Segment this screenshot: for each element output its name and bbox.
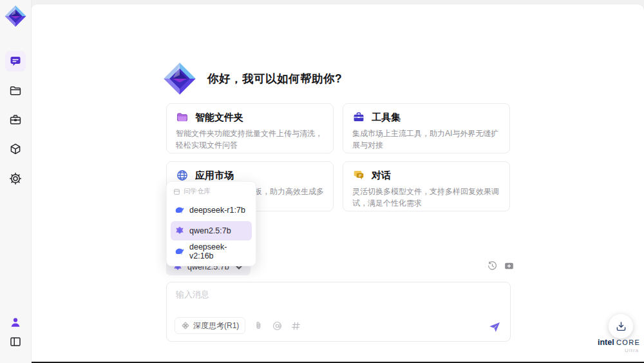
card-desc: 集成市场上主流工具，助力AI与外界无缝扩展与对接: [352, 128, 500, 151]
gem-logo-icon: [4, 4, 27, 28]
deepseek-icon: [175, 246, 185, 257]
model-option-qwen[interactable]: qwen2.5:7b: [171, 221, 252, 240]
mention-icon[interactable]: [272, 320, 283, 331]
hashtag-icon[interactable]: [290, 320, 301, 331]
sidebar: [0, 0, 32, 363]
new-window-icon[interactable]: [504, 260, 515, 271]
app-market-globe-icon: [176, 169, 189, 182]
card-toolset[interactable]: 工具集 集成市场上主流工具，助力AI与外界无缝扩展与对接: [343, 103, 510, 153]
card-smart-folder[interactable]: 智能文件夹 智能文件夹功能支持批量文件上传与清洗，轻松实现文件问答: [166, 103, 334, 153]
card-title: 应用市场: [195, 170, 234, 182]
intel-core-badge: intel CORE Ultra: [595, 338, 643, 353]
intel-badge-sub: Ultra: [595, 348, 643, 353]
sidebar-item-toolbox[interactable]: [9, 113, 22, 126]
smart-folder-icon: [176, 111, 189, 124]
send-button[interactable]: [488, 320, 502, 334]
app-window: 你好，我可以如何帮助你? 智能文件夹 智能文件夹功能支持批量文件上传与清洗，轻松…: [0, 0, 644, 363]
folder-icon: [9, 84, 22, 97]
sidebar-item-panel-toggle[interactable]: [9, 335, 22, 348]
repository-icon: [173, 188, 180, 195]
download-icon: [615, 320, 627, 333]
attachment-icon[interactable]: [253, 320, 264, 331]
gear-icon: [9, 172, 22, 185]
cube-icon: [9, 142, 22, 155]
chat-actions: [487, 260, 515, 271]
sidebar-item-settings[interactable]: [9, 172, 22, 185]
greeting-title: 你好，我可以如何帮助你?: [207, 71, 342, 86]
message-input[interactable]: [176, 289, 478, 316]
deep-think-toggle[interactable]: 深度思考(R1): [175, 317, 245, 334]
sidebar-item-folders[interactable]: [9, 84, 22, 97]
app-logo[interactable]: [4, 4, 27, 28]
panel-layout-icon: [9, 335, 22, 348]
download-button[interactable]: [609, 314, 633, 338]
atom-icon: [181, 321, 190, 330]
composer: 深度思考(R1): [166, 282, 511, 342]
dialogue-bubbles-icon: [352, 169, 365, 182]
card-dialogue[interactable]: 对话 灵活切换多模型文件，支持多样回复效果调试，满足个性化需求: [343, 161, 510, 211]
greeting-row: 你好，我可以如何帮助你?: [162, 61, 342, 97]
briefcase-icon: [9, 113, 22, 126]
card-title: 对话: [372, 170, 391, 182]
sidebar-item-chat[interactable]: [5, 51, 26, 72]
model-dropdown-header: 问学仓库: [171, 185, 252, 199]
deepseek-icon: [175, 205, 185, 215]
model-option-deepseek-r1[interactable]: deepseek-r1:7b: [171, 201, 252, 220]
composer-tools: 深度思考(R1): [175, 317, 301, 334]
toolset-briefcase-icon: [352, 111, 365, 124]
intel-logo-text: intel: [598, 338, 614, 347]
qwen-icon: [175, 226, 185, 236]
card-desc: 灵活切换多模型文件，支持多样回复效果调试，满足个性化需求: [352, 186, 500, 209]
sidebar-item-apps[interactable]: [9, 142, 22, 155]
model-dropdown: 问学仓库 deepseek-r1:7b qwen2.5:7b deepseek-…: [166, 181, 256, 266]
assistant-gem-logo: [162, 61, 197, 97]
card-title: 工具集: [372, 112, 401, 124]
sidebar-item-profile[interactable]: [9, 316, 22, 329]
card-desc: 智能文件夹功能支持批量文件上传与清洗，轻松实现文件问答: [176, 128, 324, 151]
history-icon[interactable]: [487, 260, 498, 271]
person-icon: [9, 316, 22, 329]
card-title: 智能文件夹: [195, 112, 243, 124]
chat-bubble-icon: [9, 55, 22, 68]
model-option-deepseek-v2[interactable]: deepseek-v2:16b: [171, 242, 252, 261]
